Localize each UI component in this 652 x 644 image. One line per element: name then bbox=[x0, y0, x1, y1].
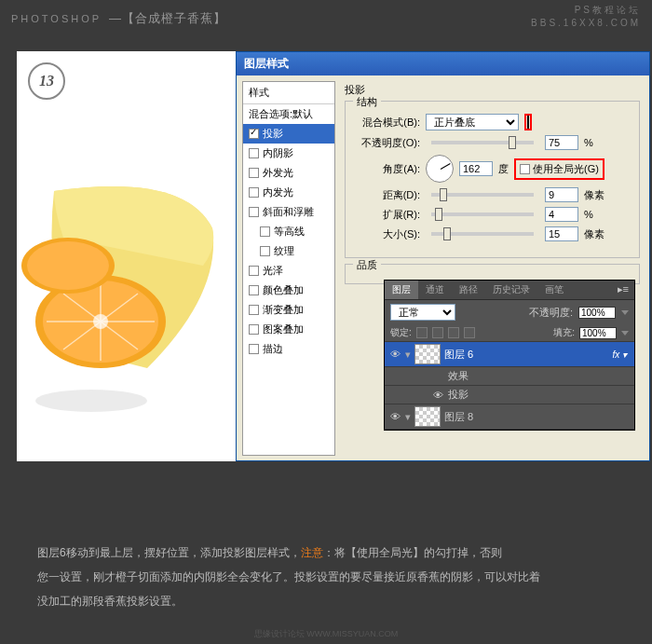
blend-mode-select[interactable]: 正片叠底 bbox=[426, 114, 519, 130]
style-item-渐变叠加[interactable]: 渐变叠加 bbox=[243, 300, 334, 320]
visibility-eye-icon[interactable]: 👁 bbox=[388, 349, 401, 360]
orange-banana-image bbox=[17, 182, 222, 424]
style-item-描边[interactable]: 描边 bbox=[243, 339, 334, 359]
angle-dial[interactable] bbox=[426, 155, 454, 183]
chevron-down-icon[interactable] bbox=[621, 310, 629, 315]
checkbox[interactable] bbox=[249, 305, 259, 315]
size-slider[interactable] bbox=[431, 232, 534, 236]
global-light-label: 使用全局光(G) bbox=[533, 162, 599, 176]
panel-tab-画笔[interactable]: 画笔 bbox=[537, 281, 571, 299]
distance-label: 距离(D): bbox=[355, 188, 420, 202]
color-swatch-highlight bbox=[524, 114, 532, 130]
checkbox[interactable] bbox=[249, 344, 259, 354]
layer-blend-mode-select[interactable]: 正常 bbox=[390, 304, 455, 321]
global-light-highlight: 使用全局光(G) bbox=[514, 158, 604, 180]
checkbox[interactable] bbox=[260, 226, 270, 237]
checkbox[interactable] bbox=[249, 324, 259, 335]
checkbox[interactable] bbox=[249, 148, 259, 158]
spread-slider[interactable] bbox=[431, 212, 534, 216]
fx-badge[interactable]: fx ▾ bbox=[612, 349, 631, 360]
source-credit: PS教程论坛 BBS.16XX8.COM bbox=[531, 4, 641, 30]
section-title: 投影 bbox=[345, 83, 640, 97]
lock-all-icon[interactable] bbox=[464, 327, 475, 338]
visibility-eye-icon[interactable]: 👁 bbox=[431, 390, 444, 401]
panel-tab-通道[interactable]: 通道 bbox=[418, 281, 452, 299]
layer-name: 图层 8 bbox=[444, 410, 473, 424]
layer-opacity-input[interactable] bbox=[578, 307, 616, 319]
global-light-checkbox[interactable] bbox=[520, 164, 530, 174]
style-item-等高线[interactable]: 等高线 bbox=[243, 222, 334, 241]
style-item-颜色叠加[interactable]: 颜色叠加 bbox=[243, 281, 334, 300]
style-item-投影[interactable]: 投影 bbox=[243, 124, 334, 144]
checkbox[interactable] bbox=[249, 266, 259, 276]
spread-input[interactable] bbox=[545, 207, 578, 222]
checkbox[interactable] bbox=[249, 129, 259, 139]
panel-menu-icon[interactable]: ▸≡ bbox=[612, 281, 634, 299]
size-label: 大小(S): bbox=[355, 227, 420, 241]
opacity-slider[interactable] bbox=[431, 141, 534, 144]
lock-position-icon[interactable] bbox=[448, 327, 459, 338]
distance-slider[interactable] bbox=[431, 193, 534, 197]
layer-name: 图层 6 bbox=[444, 348, 473, 362]
layer-row[interactable]: 👁▾图层 6fx ▾ bbox=[385, 342, 634, 367]
blend-mode-label: 混合模式(B): bbox=[355, 116, 420, 130]
layer-thumbnail[interactable] bbox=[414, 406, 441, 427]
checkbox[interactable] bbox=[249, 187, 259, 198]
style-item-外发光[interactable]: 外发光 bbox=[243, 163, 334, 183]
step-number-badge: 13 bbox=[28, 62, 65, 100]
instruction-text: 图层6移动到最上层，摆好位置，添加投影图层样式，注意：将【使用全局光】的勾打掉，… bbox=[37, 541, 615, 613]
layers-panel: 图层通道路径历史记录画笔▸≡ 正常 不透明度: 锁定: 填充: 👁▾图层 6fx… bbox=[384, 280, 635, 431]
style-item-光泽[interactable]: 光泽 bbox=[243, 261, 334, 281]
checkbox[interactable] bbox=[260, 246, 270, 256]
style-list[interactable]: 样式 混合选项:默认 投影内阴影外发光内发光斜面和浮雕等高线纹理光泽颜色叠加渐变… bbox=[242, 81, 335, 456]
chevron-down-icon[interactable] bbox=[621, 331, 629, 336]
opacity-label: 不透明度(O): bbox=[355, 136, 420, 150]
checkbox[interactable] bbox=[249, 285, 259, 295]
layer-thumbnail[interactable] bbox=[414, 344, 441, 364]
layer-row[interactable]: 👁投影 bbox=[385, 386, 634, 404]
lock-image-icon[interactable] bbox=[432, 327, 443, 338]
svg-point-13 bbox=[35, 390, 147, 412]
structure-fieldset: 结构 混合模式(B): 正片叠底 不透明度(O): % 角度(A): bbox=[345, 101, 640, 258]
style-item-斜面和浮雕[interactable]: 斜面和浮雕 bbox=[243, 202, 334, 222]
lock-label: 锁定: bbox=[390, 326, 412, 339]
distance-input[interactable] bbox=[545, 187, 578, 202]
style-item-图案叠加[interactable]: 图案叠加 bbox=[243, 320, 334, 339]
svg-point-12 bbox=[27, 241, 109, 290]
style-item-内发光[interactable]: 内发光 bbox=[243, 183, 334, 202]
layer-name: 投影 bbox=[448, 388, 469, 402]
layer-opacity-label: 不透明度: bbox=[529, 306, 573, 320]
opacity-input[interactable] bbox=[545, 135, 578, 150]
panel-tab-历史记录[interactable]: 历史记录 bbox=[485, 281, 537, 299]
app-name: PHOTOSHOP bbox=[11, 13, 102, 24]
spread-label: 扩展(R): bbox=[355, 208, 420, 222]
checkbox[interactable] bbox=[249, 207, 259, 217]
layer-row[interactable]: 👁▾图层 8 bbox=[385, 404, 634, 430]
fill-label: 填充: bbox=[553, 326, 575, 339]
lock-transparent-icon[interactable] bbox=[416, 327, 428, 338]
size-input[interactable] bbox=[545, 226, 578, 241]
watermark: 思缘设计论坛 WWW.MISSYUAN.COM bbox=[0, 628, 652, 640]
dialog-titlebar: 图层样式 bbox=[237, 52, 649, 75]
layer-row[interactable]: 效果 bbox=[385, 367, 634, 386]
svg-point-10 bbox=[93, 314, 108, 329]
style-item-内阴影[interactable]: 内阴影 bbox=[243, 144, 334, 163]
panel-tab-图层[interactable]: 图层 bbox=[385, 281, 418, 299]
blend-options-item[interactable]: 混合选项:默认 bbox=[243, 104, 334, 124]
style-list-header[interactable]: 样式 bbox=[243, 82, 334, 104]
fill-input[interactable] bbox=[579, 327, 617, 339]
shadow-color-swatch[interactable] bbox=[527, 116, 529, 129]
checkbox[interactable] bbox=[249, 168, 259, 178]
style-item-纹理[interactable]: 纹理 bbox=[243, 241, 334, 261]
angle-input[interactable] bbox=[459, 161, 493, 176]
document-canvas: 13 bbox=[17, 51, 236, 461]
angle-label: 角度(A): bbox=[355, 162, 420, 176]
panel-tab-路径[interactable]: 路径 bbox=[452, 281, 485, 299]
visibility-eye-icon[interactable]: 👁 bbox=[388, 411, 401, 422]
layer-name: 效果 bbox=[448, 369, 469, 383]
doc-title: —【合成橙子香蕉】 bbox=[109, 10, 226, 27]
